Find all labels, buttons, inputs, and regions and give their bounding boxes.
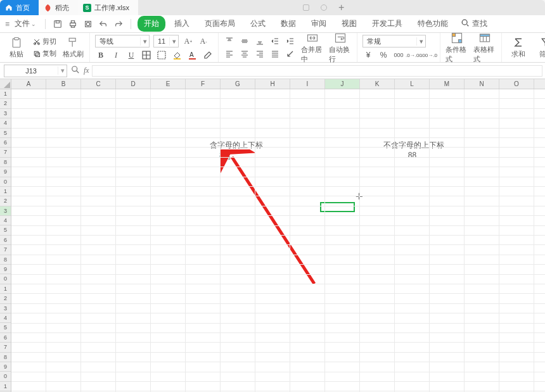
row-header-2[interactable]: 2 — [0, 99, 11, 108]
col-header-I[interactable]: I — [290, 79, 325, 89]
copy-button[interactable]: 复制 — [33, 49, 56, 58]
align-left-icon[interactable] — [224, 49, 235, 59]
app-menu-icon[interactable]: ≡ — [5, 20, 10, 28]
row-header-23[interactable]: 3 — [0, 304, 11, 313]
align-center-icon[interactable] — [239, 49, 250, 59]
justify-icon[interactable] — [269, 49, 281, 59]
active-cell[interactable] — [320, 202, 355, 212]
print-preview-icon[interactable] — [84, 20, 93, 28]
borders-button[interactable] — [141, 50, 152, 60]
sum-button[interactable]: 求和 — [507, 36, 530, 59]
decrease-indent-icon[interactable] — [269, 36, 281, 46]
row-header-20[interactable]: 0 — [0, 274, 11, 284]
row-header-1[interactable]: 1 — [0, 89, 11, 99]
font-name-combo[interactable]: 等线▾ — [95, 35, 150, 47]
select-all-corner[interactable] — [0, 79, 11, 89]
print-icon[interactable] — [68, 20, 77, 28]
ribbon-tab-formula[interactable]: 公式 — [244, 16, 272, 32]
cell-G7[interactable]: 8a3 — [219, 151, 231, 161]
col-header-A[interactable]: A — [11, 79, 46, 89]
currency-icon[interactable]: ¥ — [362, 50, 374, 60]
cell-L6[interactable]: 不含字母的上下标 — [373, 140, 455, 151]
row-header-29[interactable]: 9 — [0, 362, 11, 372]
conditional-format-button[interactable]: 条件格式 — [446, 32, 468, 64]
cells-area[interactable]: 含字母的上下标 8a3 不含字母的上下标 88 ✛ — [11, 89, 545, 392]
row-header-12[interactable]: 2 — [0, 196, 11, 206]
align-right-icon[interactable] — [254, 49, 266, 59]
tab-docer[interactable]: 稻壳 — [39, 0, 78, 15]
orientation-icon[interactable] — [285, 49, 296, 59]
row-header-7[interactable]: 7 — [0, 148, 11, 157]
font-color-button[interactable]: A — [186, 50, 198, 60]
row-header-30[interactable]: 0 — [0, 372, 11, 381]
name-box[interactable]: J13 ▾ — [4, 65, 67, 77]
row-headers[interactable]: 1234567890123456789012345678901 — [0, 89, 11, 392]
row-header-13[interactable]: 3 — [0, 206, 11, 216]
zoom-icon[interactable] — [71, 65, 80, 76]
font-size-combo[interactable]: 11▾ — [153, 35, 179, 47]
wrap-text-button[interactable]: 自动换行 — [329, 32, 352, 64]
row-header-19[interactable]: 9 — [0, 265, 11, 274]
col-header-G[interactable]: G — [221, 79, 255, 89]
row-header-18[interactable]: 8 — [0, 255, 11, 265]
align-bottom-icon[interactable] — [254, 36, 266, 46]
ribbon-tab-data[interactable]: 数据 — [274, 16, 302, 32]
col-header-C[interactable]: C — [81, 79, 116, 89]
search-wrap[interactable]: 查找 — [461, 18, 487, 29]
increase-indent-icon[interactable] — [285, 36, 296, 46]
col-header-B[interactable]: B — [46, 79, 81, 89]
bold-button[interactable]: B — [95, 50, 106, 60]
ribbon-tab-special[interactable]: 特色功能 — [411, 16, 454, 32]
ribbon-tab-insert[interactable]: 插入 — [168, 16, 196, 32]
percent-icon[interactable]: % — [378, 50, 389, 60]
worksheet-grid[interactable]: ABCDEFGHIJKLMNO 123456789012345678901234… — [0, 79, 545, 392]
row-header-24[interactable]: 4 — [0, 313, 11, 323]
tab-home[interactable]: 首页 — [0, 0, 39, 15]
file-menu[interactable]: 文件 ⌄ — [12, 17, 39, 30]
cell-L7[interactable]: 88 — [392, 151, 433, 160]
clear-format-button[interactable] — [202, 50, 213, 60]
fill-color-button[interactable] — [171, 50, 183, 60]
format-painter-button[interactable]: 格式刷 — [61, 36, 84, 59]
cut-button[interactable]: 剪切 — [33, 37, 56, 46]
window-action-1-icon[interactable] — [303, 4, 309, 11]
align-top-icon[interactable] — [224, 36, 235, 46]
row-header-4[interactable]: 4 — [0, 118, 11, 128]
col-header-L[interactable]: L — [395, 79, 430, 89]
row-header-6[interactable]: 6 — [0, 138, 11, 148]
row-header-27[interactable]: 7 — [0, 343, 11, 352]
row-header-5[interactable]: 5 — [0, 129, 11, 138]
number-format-combo[interactable]: 常规▾ — [362, 35, 426, 47]
col-header-O[interactable]: O — [499, 79, 534, 89]
merge-center-button[interactable]: 合并居中 — [301, 32, 324, 64]
tab-workbook[interactable]: S 工作簿.xlsx — [78, 0, 138, 15]
col-header-K[interactable]: K — [360, 79, 395, 89]
col-header-J[interactable]: J — [325, 79, 360, 89]
paste-button[interactable]: 粘贴 — [5, 36, 28, 59]
align-middle-icon[interactable] — [239, 36, 250, 46]
col-header-E[interactable]: E — [151, 79, 186, 89]
filter-button[interactable]: 筛选 — [535, 36, 545, 59]
col-header-M[interactable]: M — [430, 79, 465, 89]
row-header-8[interactable]: 8 — [0, 158, 11, 167]
cell-G6[interactable]: 含字母的上下标 — [202, 140, 271, 151]
row-header-9[interactable]: 9 — [0, 167, 11, 177]
underline-button[interactable]: U — [125, 50, 137, 60]
ribbon-tab-start[interactable]: 开始 — [138, 16, 165, 32]
col-header-H[interactable]: H — [255, 79, 290, 89]
col-header-D[interactable]: D — [116, 79, 151, 89]
col-header-N[interactable]: N — [465, 79, 499, 89]
increase-decimal-icon[interactable]: .0→.00 — [408, 50, 420, 60]
ribbon-tab-review[interactable]: 审阅 — [305, 16, 333, 32]
row-header-11[interactable]: 1 — [0, 187, 11, 196]
save-icon[interactable] — [53, 20, 62, 28]
row-header-14[interactable]: 4 — [0, 216, 11, 225]
row-header-10[interactable]: 0 — [0, 177, 11, 187]
row-header-16[interactable]: 6 — [0, 236, 11, 245]
increase-font-icon[interactable]: A+ — [183, 36, 194, 46]
col-header-F[interactable]: F — [186, 79, 221, 89]
thousands-icon[interactable]: 000 — [393, 50, 404, 60]
window-action-2-icon[interactable] — [321, 4, 327, 11]
cell-border-button[interactable] — [156, 50, 167, 60]
formula-input[interactable] — [92, 65, 542, 77]
